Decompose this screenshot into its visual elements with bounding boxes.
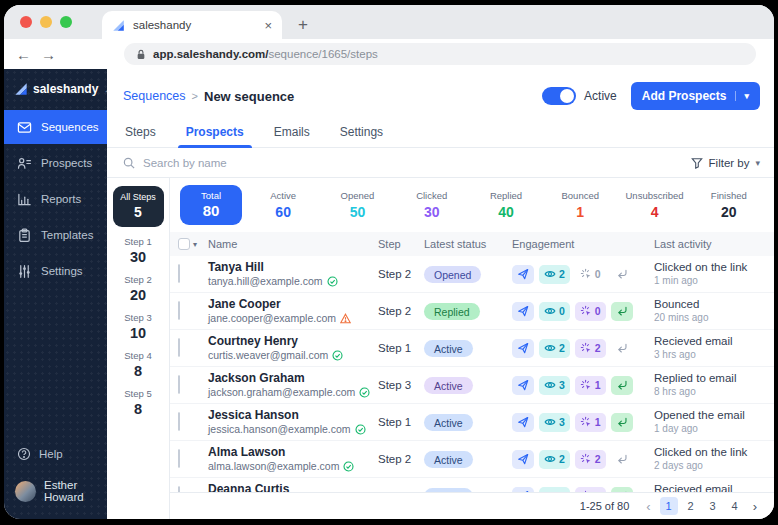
new-tab-button[interactable]: + [298,15,308,35]
rail-step-5[interactable]: Step 58 [124,388,151,417]
tab-steps[interactable]: Steps [123,119,158,147]
sent-icon[interactable] [512,413,534,432]
stat-unsubscribed[interactable]: Unsubscribed4 [617,190,691,220]
views-chip[interactable]: 2 [539,265,570,284]
zoom-window-button[interactable] [60,16,72,28]
close-window-button[interactable] [20,16,32,28]
views-chip[interactable]: 2 [539,450,570,469]
stat-finished[interactable]: Finished20 [692,190,766,220]
clicks-count: 0 [595,305,601,317]
clicks-chip[interactable]: 2 [575,450,606,469]
sent-icon[interactable] [512,450,534,469]
tab-close-icon[interactable]: × [264,18,272,33]
table-row[interactable]: Jessica Hanson jessica.hanson@example.co… [170,404,774,441]
next-page-icon[interactable]: › [750,499,760,514]
url-host: app.saleshandy.com/ [153,48,268,60]
search-input[interactable] [143,157,683,169]
minimize-window-button[interactable] [40,16,52,28]
table-row[interactable]: Jane Cooper jane.cooper@example.com Step… [170,293,774,330]
row-checkbox[interactable] [178,412,180,431]
page-4[interactable]: 4 [726,497,744,515]
chevron-down-icon[interactable]: ▾ [735,91,749,101]
add-prospects-button[interactable]: Add Prospects ▾ [631,82,760,110]
reply-chip[interactable] [611,450,633,469]
sent-icon[interactable] [512,376,534,395]
table-row[interactable]: Courtney Henry curtis.weaver@gmail.com S… [170,330,774,367]
row-checkbox[interactable] [178,301,180,320]
reply-chip[interactable] [611,376,633,395]
sidebar-nav: SequencesProspectsReportsTemplatesSettin… [4,110,107,290]
stat-replied[interactable]: Replied40 [469,190,543,220]
clicks-chip[interactable]: 1 [575,413,606,432]
browser-tab-strip: saleshandy × + [4,5,774,39]
row-checkbox[interactable] [178,449,180,468]
page-2[interactable]: 2 [682,497,700,515]
chevron-down-icon[interactable]: ▾ [193,240,197,249]
stat-opened[interactable]: Opened50 [320,190,394,220]
forward-button[interactable]: → [41,46,56,63]
stat-bounced[interactable]: Bounced1 [543,190,617,220]
sent-icon[interactable] [512,339,534,358]
tab-settings[interactable]: Settings [338,119,385,147]
views-chip[interactable]: 0 [539,302,570,321]
all-steps-card[interactable]: All Steps 5 [113,186,164,227]
clicks-chip[interactable]: 0 [575,302,606,321]
sidebar-item-settings[interactable]: Settings [4,254,107,288]
views-chip[interactable]: 2 [539,339,570,358]
tab-emails[interactable]: Emails [272,119,312,147]
sidebar-item-sequences[interactable]: Sequences [4,110,107,144]
verified-icon [359,387,370,398]
sidebar-item-reports[interactable]: Reports [4,182,107,216]
page-3[interactable]: 3 [704,497,722,515]
table-row[interactable]: Jackson Graham jackson.graham@example.co… [170,367,774,404]
rail-step-3[interactable]: Step 310 [124,312,151,341]
breadcrumb-sequences-link[interactable]: Sequences [123,89,186,103]
last-activity-time: 2 days ago [654,459,774,473]
tab-prospects[interactable]: Prospects [184,119,246,147]
prev-page-icon[interactable]: ‹ [643,499,653,514]
clicks-chip[interactable]: 2 [575,339,606,358]
table-row[interactable]: Alma Lawson alma.lawson@example.com Step… [170,441,774,478]
clicks-chip[interactable]: 0 [575,265,606,284]
select-all-checkbox[interactable] [178,238,190,250]
reply-arrow-icon [616,379,628,391]
last-activity-text: Bounced [654,297,774,312]
active-toggle[interactable] [542,87,576,105]
rail-step-4[interactable]: Step 48 [124,350,151,379]
back-button[interactable]: ← [16,46,31,63]
verified-icon [327,276,338,287]
table-row[interactable]: Deanna Curtis deanna.curtis@example.com … [170,478,774,492]
table-row[interactable]: Tanya Hill tanya.hill@example.com Step 2… [170,256,774,293]
status-badge: Active [424,451,473,468]
sidebar-item-templates[interactable]: Templates [4,218,107,252]
breadcrumb-separator: > [192,90,198,102]
reply-chip[interactable] [611,265,633,284]
last-activity-text: Clicked on the link [654,260,774,275]
views-chip[interactable]: 3 [539,376,570,395]
reply-chip[interactable] [611,302,633,321]
sidebar-item-prospects[interactable]: Prospects [4,146,107,180]
prospect-step: Step 1 [378,342,424,354]
stat-clicked[interactable]: Clicked30 [395,190,469,220]
user-menu[interactable]: Esther Howard [4,471,107,519]
browser-tab[interactable]: saleshandy × [102,11,282,39]
address-bar[interactable]: app.saleshandy.com/sequence/1665/steps [124,43,756,65]
stat-total-card[interactable]: Total 80 [180,185,242,225]
row-checkbox[interactable] [178,338,180,357]
rail-step-2[interactable]: Step 220 [124,274,151,303]
tab-title: saleshandy [133,19,256,31]
reply-chip[interactable] [611,339,633,358]
sent-icon[interactable] [512,302,534,321]
reply-chip[interactable] [611,413,633,432]
row-checkbox[interactable] [178,264,180,283]
row-checkbox[interactable] [178,375,180,394]
page-1[interactable]: 1 [660,497,678,515]
sent-icon[interactable] [512,265,534,284]
rail-step-1[interactable]: Step 130 [124,236,151,265]
stat-active[interactable]: Active60 [246,190,320,220]
reply-arrow-icon [616,305,628,317]
clicks-chip[interactable]: 1 [575,376,606,395]
views-chip[interactable]: 3 [539,413,570,432]
filter-by-button[interactable]: Filter by ▾ [691,157,760,169]
sidebar-item-help[interactable]: Help [4,437,107,471]
